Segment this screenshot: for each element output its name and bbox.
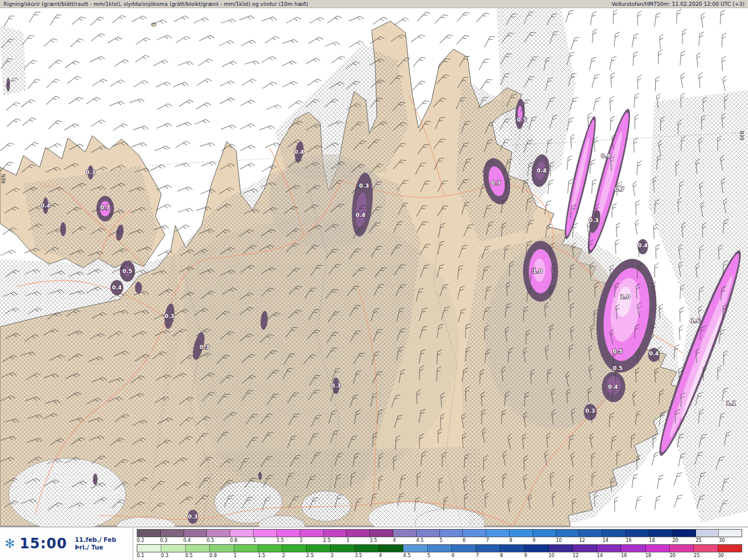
legend-cell [137, 530, 161, 537]
legend-cell [646, 545, 670, 552]
precip-value-label: 0.7 [101, 204, 110, 210]
precip-value-label: 0.7 [615, 186, 625, 192]
valid-time: 15:00 [20, 535, 67, 552]
legend-label: 0.8 [209, 552, 233, 559]
legend-label: 12 [579, 537, 602, 544]
legend-label: 7 [476, 552, 500, 559]
legend-cell [254, 530, 277, 537]
legend-cell [476, 545, 500, 552]
legend-cell [579, 530, 602, 537]
legend-cell [324, 530, 347, 537]
legend-cell [355, 545, 379, 552]
legend-cell [379, 545, 403, 552]
snowflake-icon: ✻ [5, 538, 15, 550]
legend-label: 12 [573, 552, 597, 559]
rain-scale-bar [137, 544, 742, 552]
model-run-stamp: Veðurstofan/HM750m: 11.02.2020 12:00 UTC… [611, 1, 744, 7]
legend-cell [573, 545, 597, 552]
legend-cell [403, 545, 427, 552]
legend-label: 0.1 [137, 552, 161, 559]
snow-scale-bar [137, 529, 742, 537]
precip-value-label: 0.5 [613, 348, 623, 354]
legend-cell [207, 530, 230, 537]
legend-label: 10 [548, 552, 572, 559]
legend-label: 14 [602, 537, 626, 544]
legend-cell [347, 530, 370, 537]
legend-label: 5 [439, 537, 463, 544]
legend-label: 14 [597, 552, 621, 559]
precip-value-label: 0.4 [649, 350, 659, 357]
legend-cell [300, 530, 324, 537]
legend-label: 0.5 [207, 537, 230, 544]
precip-value-label: 0.3 [586, 407, 595, 414]
legend-label: 4 [393, 537, 416, 544]
precip-value-label: 0.4 [41, 202, 51, 209]
legend-label: 6 [452, 552, 476, 559]
precip-value-label: 0.3 [359, 182, 369, 189]
legend-label: 20 [670, 552, 694, 559]
legend-label: 1.5 [276, 537, 300, 544]
valid-day-line: Þri./ Tue [75, 544, 116, 551]
legend-cell [428, 545, 452, 552]
legend-label: 0.4 [183, 537, 207, 544]
legend-cell [696, 530, 719, 537]
legend-label: 4.5 [403, 552, 427, 559]
legend-label: 1.5 [258, 552, 282, 559]
legend-cell [486, 530, 510, 537]
legend-cell [137, 545, 161, 552]
legend-cell [452, 545, 476, 552]
legend-label: 2.5 [306, 552, 330, 559]
legend-cell [549, 545, 573, 552]
legend-label: 0.3 [160, 537, 183, 544]
legend-cell [649, 530, 673, 537]
legend-cell [393, 530, 417, 537]
legend-cell [282, 545, 306, 552]
legend-cell [597, 545, 621, 552]
legend-cell [673, 530, 696, 537]
legend-cell [463, 530, 486, 537]
time-panel: ✻ 15:00 11.feb./ Feb Þri./ Tue [0, 527, 133, 560]
legend-cell [230, 530, 254, 537]
precip-value-label: 0.3 [165, 313, 175, 319]
legend-label: 9 [524, 552, 548, 559]
legend-label: 3 [331, 552, 355, 559]
legend-label: 5 [427, 552, 451, 559]
legend-label: 25 [694, 552, 718, 559]
precip-value-label: 1.0 [533, 268, 543, 274]
precip-value-label: 0.4 [537, 167, 547, 174]
legend-label: 4 [379, 552, 403, 559]
legend-cell [602, 530, 626, 537]
legend-label: 16 [621, 552, 645, 559]
legend-cell [370, 530, 393, 537]
precip-value-label: 0.7 [491, 179, 501, 186]
legend-label: 30 [719, 537, 742, 544]
legend-label: 30 [718, 552, 742, 559]
legend-label: 0.2 [137, 537, 160, 544]
graticule-label: 66N [1, 174, 6, 184]
legend-label: 3 [347, 537, 370, 544]
map-canvas: 0.40.30.40.50.70.40.80.70.30.41.02.01.60… [0, 8, 748, 527]
legend-cell [440, 530, 463, 537]
precip-value-label: 0.3 [188, 513, 198, 520]
legend-cell [331, 545, 355, 552]
footer-bar: ✻ 15:00 11.feb./ Feb Þri./ Tue 0.20.30.4… [0, 527, 748, 560]
legend-cell [184, 530, 207, 537]
header-bar: Rigning/skúrir (grænt/blátt/rautt - mm/1… [0, 0, 748, 8]
legend-label: 18 [645, 552, 669, 559]
legend-label: 2 [300, 537, 323, 544]
weather-map: 0.40.30.40.50.70.40.80.70.30.41.02.01.60… [0, 8, 748, 527]
snow-scale-labels: 0.20.30.40.50.811.522.533.544.5567891012… [137, 537, 742, 544]
legend-cell [500, 545, 524, 552]
precip-value-label: 0.5 [613, 365, 623, 371]
legend-label: 3.5 [369, 537, 393, 544]
legend-cell [210, 545, 234, 552]
precip-value-label: 0.4 [356, 212, 366, 218]
legend-cell [718, 545, 742, 552]
legend-label: 3.5 [355, 552, 379, 559]
legend-cell [510, 530, 533, 537]
legend-label: 9 [532, 537, 556, 544]
legend-label: 20 [672, 537, 695, 544]
precip-value-label: 0.4 [295, 148, 304, 155]
precip-value-label: 0.4 [638, 242, 648, 248]
precip-value-label: 0.3 [200, 344, 210, 350]
